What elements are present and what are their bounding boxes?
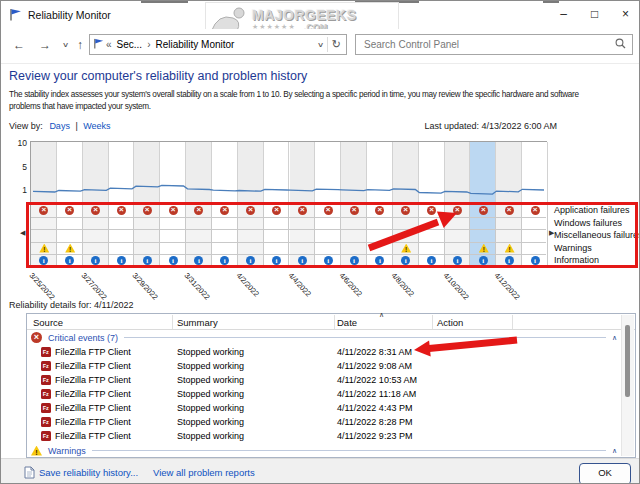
date-label: 4/12/2022 (493, 271, 522, 302)
details-table: Source Summary Date Action ∧ Critical ev… (26, 313, 636, 458)
breadcrumb-collapse[interactable]: « (106, 39, 112, 50)
divider (172, 315, 173, 329)
save-reliability-history-link[interactable]: Save reliability history... (39, 467, 138, 478)
divider (31, 229, 546, 230)
col-header-source[interactable]: Source (33, 317, 63, 328)
information-icon (324, 256, 333, 265)
reliability-monitor-window: Reliability Monitor – □ × MAJORGEEKS ★★★… (0, 0, 640, 484)
event-summary: Stopped working (177, 347, 244, 357)
weeks-link[interactable]: Weeks (83, 121, 110, 131)
event-summary: Stopped working (177, 375, 244, 385)
maximize-button[interactable]: □ (579, 1, 610, 28)
filezilla-icon (41, 403, 51, 413)
information-icon (350, 256, 359, 265)
event-date: 4/11/2022 9:08 AM (337, 361, 412, 371)
divider (124, 337, 606, 338)
information-icon (169, 256, 178, 265)
event-row[interactable]: FileZilla FTP ClientStopped working4/11/… (27, 387, 619, 401)
minimize-button[interactable]: – (548, 1, 579, 28)
event-row[interactable]: FileZilla FTP ClientStopped working4/11/… (27, 345, 619, 359)
event-source: FileZilla FTP Client (55, 417, 131, 427)
date-label: 4/6/2022 (338, 271, 364, 298)
recent-pages-icon[interactable]: ∨ (62, 41, 69, 49)
divider (31, 242, 546, 243)
date-label: 3/25/2022 (27, 271, 56, 302)
close-button[interactable]: × (610, 1, 640, 28)
scroll-right-icon[interactable]: ▶ (549, 229, 554, 237)
screenshot-artifact (141, 1, 188, 3)
days-link[interactable]: Days (49, 121, 70, 131)
information-icon (272, 256, 281, 265)
up-icon[interactable]: ↑ (77, 38, 83, 52)
collapse-icon[interactable]: ∧ (612, 447, 617, 455)
vertical-scrollbar[interactable] (621, 315, 634, 456)
back-icon[interactable]: ← (13, 38, 25, 52)
event-date: 4/11/2022 8:28 PM (337, 417, 412, 427)
filezilla-icon (41, 389, 51, 399)
filezilla-icon (41, 375, 51, 385)
divider (92, 450, 606, 451)
breadcrumb-root[interactable]: Sec... (117, 39, 143, 50)
address-dropdown-icon[interactable]: ∨ (317, 41, 324, 49)
refresh-icon[interactable]: ↻ (332, 38, 341, 51)
ok-button[interactable]: OK (579, 463, 631, 484)
collapse-icon[interactable]: ∧ (612, 334, 617, 342)
filezilla-icon (41, 361, 51, 371)
date-label: 4/8/2022 (389, 271, 415, 298)
grid-row-label: Information (554, 254, 640, 267)
breadcrumb-separator-icon: › (147, 39, 150, 50)
application-failure-icon (453, 206, 462, 215)
scrollbar-thumb[interactable] (625, 325, 630, 397)
address-bar[interactable]: « Sec... › Reliability Monitor ∨ ↻ (89, 34, 347, 55)
y-tick-5: 5 (11, 162, 27, 172)
filezilla-icon (41, 347, 51, 357)
window-title: Reliability Monitor (28, 9, 111, 21)
information-icon (91, 256, 100, 265)
event-summary: Stopped working (177, 417, 244, 427)
information-icon (298, 256, 307, 265)
event-source: FileZilla FTP Client (55, 431, 131, 441)
date-label: 4/10/2022 (441, 271, 470, 302)
reliability-flag-icon (10, 8, 22, 23)
breadcrumb-flag-icon (94, 38, 104, 51)
information-icon (453, 256, 462, 265)
stability-chart[interactable] (30, 141, 547, 203)
footer-bar: Save reliability history... View all pro… (1, 458, 640, 484)
group-header[interactable]: Critical events (7)∧ (27, 330, 619, 345)
view-by: View by: Days | Weeks (9, 121, 111, 131)
forward-icon[interactable]: → (39, 38, 51, 52)
event-row[interactable]: FileZilla FTP ClientStopped working4/11/… (27, 359, 619, 373)
event-summary: Stopped working (177, 431, 244, 441)
application-failure-icon (324, 206, 333, 215)
group-label: Critical events (7) (48, 333, 118, 343)
divider (512, 315, 513, 329)
event-source: FileZilla FTP Client (55, 389, 131, 399)
event-row[interactable]: FileZilla FTP ClientStopped working4/11/… (27, 415, 619, 429)
information-icon (143, 256, 152, 265)
col-header-summary[interactable]: Summary (177, 317, 218, 328)
scroll-left-icon[interactable]: ◀ (20, 229, 25, 237)
date-label: 3/27/2022 (79, 271, 108, 302)
application-failure-icon (272, 206, 281, 215)
breadcrumb-current[interactable]: Reliability Monitor (155, 39, 234, 50)
event-row[interactable]: FileZilla FTP ClientStopped working4/11/… (27, 429, 619, 443)
col-header-action[interactable]: Action (437, 317, 463, 328)
event-summary: Stopped working (177, 361, 244, 371)
event-row[interactable]: FileZilla FTP ClientStopped working4/11/… (27, 401, 619, 415)
event-grid[interactable] (30, 203, 547, 267)
save-report-icon (24, 466, 35, 481)
filezilla-icon (41, 431, 51, 441)
view-all-problem-reports-link[interactable]: View all problem reports (153, 467, 255, 478)
application-failure-icon (531, 206, 540, 215)
search-box[interactable] (355, 34, 633, 55)
intro-text: The stability index assesses your system… (9, 89, 637, 113)
group-header[interactable]: Warnings∧ (27, 443, 619, 458)
date-label: 3/31/2022 (183, 271, 212, 302)
event-source: FileZilla FTP Client (55, 375, 131, 385)
event-date: 4/11/2022 11:18 AM (337, 389, 416, 399)
grid-row-labels: Application failuresWindows failuresMisc… (554, 204, 640, 267)
col-header-date[interactable]: Date (337, 317, 357, 328)
event-row[interactable]: FileZilla FTP ClientStopped working4/11/… (27, 373, 619, 387)
search-input[interactable] (356, 39, 615, 50)
grid-row-label: Application failures (554, 204, 640, 217)
